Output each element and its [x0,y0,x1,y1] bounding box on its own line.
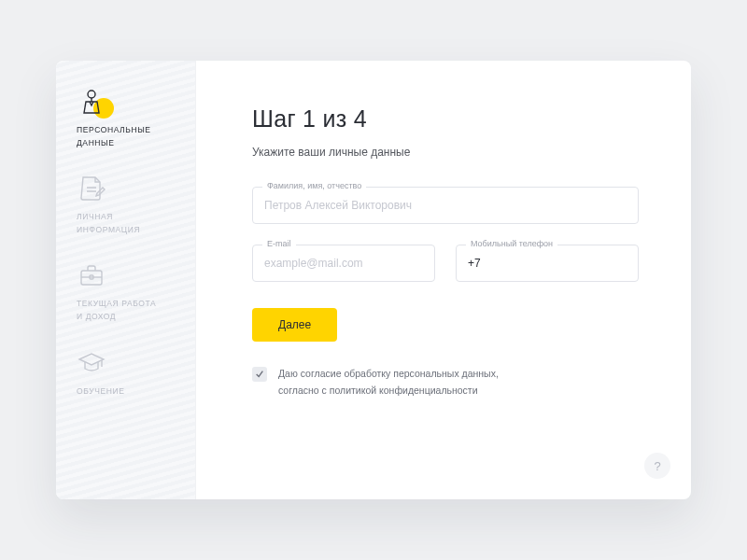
svg-point-0 [88,91,95,98]
sidebar: ПЕРСОНАЛЬНЫЕ ДАННЫЕ ЛИЧНАЯ ИНФОРМАЦИЯ [56,61,196,499]
phone-input[interactable] [468,257,627,270]
sidebar-item-label: ТЕКУЩАЯ РАБОТА И ДОХОД [77,298,178,323]
consent-text: Даю согласие обработку персональных данн… [278,366,512,399]
consent-row: Даю согласие обработку персональных данн… [252,366,639,399]
graduation-icon [77,348,106,378]
email-input[interactable] [264,257,423,270]
check-icon [255,370,264,379]
help-icon: ? [654,459,660,473]
step-subtitle: Укажите ваши личные данные [252,146,639,159]
sidebar-item-personal[interactable]: ПЕРСОНАЛЬНЫЕ ДАННЫЕ [77,87,178,149]
phone-field-wrapper: Мобильный телефон [456,245,639,282]
person-icon [77,87,106,117]
sidebar-item-work[interactable]: ТЕКУЩАЯ РАБОТА И ДОХОД [77,260,178,323]
sidebar-item-label: ЛИЧНАЯ ИНФОРМАЦИЯ [77,211,178,236]
fullname-input[interactable] [264,199,627,212]
email-field-wrapper: E-mail [252,245,435,282]
sidebar-item-education[interactable]: ОБУЧЕНИЕ [77,348,178,399]
step-title: Шаг 1 из 4 [252,105,639,133]
consent-checkbox[interactable] [252,367,267,382]
briefcase-icon [77,260,106,290]
form-card: ПЕРСОНАЛЬНЫЕ ДАННЫЕ ЛИЧНАЯ ИНФОРМАЦИЯ [56,61,691,499]
document-icon [77,174,106,203]
next-button[interactable]: Далее [252,308,337,342]
phone-label: Мобильный телефон [466,239,557,248]
sidebar-item-info[interactable]: ЛИЧНАЯ ИНФОРМАЦИЯ [77,174,178,236]
main: Шаг 1 из 4 Укажите ваши личные данные Фа… [196,61,691,499]
help-button[interactable]: ? [644,453,670,479]
sidebar-item-label: ПЕРСОНАЛЬНЫЕ ДАННЫЕ [77,124,178,149]
fullname-label: Фамилия, имя, отчество [262,181,366,190]
email-label: E-mail [262,239,296,248]
sidebar-item-label: ОБУЧЕНИЕ [77,385,178,399]
fullname-field-wrapper: Фамилия, имя, отчество [252,187,639,224]
